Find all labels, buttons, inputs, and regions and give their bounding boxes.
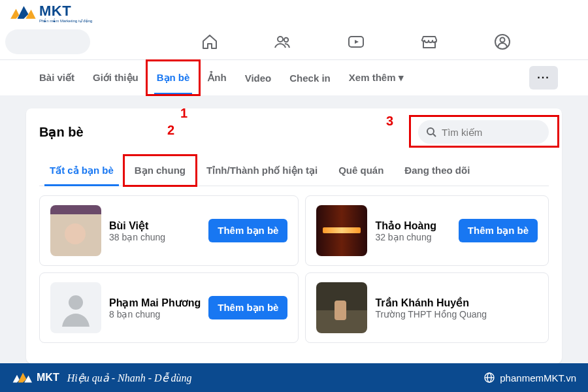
avatar-placeholder-icon [57,289,95,327]
friend-name[interactable]: Trần Khánh Huyền [375,297,538,309]
search-icon [426,127,436,140]
tab-friends[interactable]: Bạn bè [148,61,199,94]
tab-more[interactable]: Xem thêm ▾ [340,61,413,94]
add-friend-button[interactable]: Thêm bạn bè [208,219,287,242]
brand-sub: Phần mềm Marketing tự động [39,18,92,23]
friend-card: Trần Khánh Huyền Trường THPT Hồng Quang [305,272,549,343]
friends-search-wrap [418,120,549,144]
friends-card: Bạn bè 2 3 Tất cả bạn bè Bạn chung Tỉnh/… [26,108,562,363]
bottom-url[interactable]: phanmemMKT.vn [500,372,576,384]
friend-name[interactable]: Bùi Việt [109,220,201,232]
callout-2-label: 2 [167,123,174,138]
friend-sub: 8 bạn chung [109,309,201,319]
tab-posts[interactable]: Bài viết [30,61,84,94]
friend-card: Thảo Hoàng 32 bạn chung Thêm bạn bè [305,195,549,266]
tab-checkin[interactable]: Check in [280,62,340,94]
svg-point-5 [427,128,434,135]
tab-about[interactable]: Giới thiệu [84,61,148,94]
brand-logo: MKT Phần mềm Marketing tự động [9,3,92,23]
friends-icon[interactable] [274,33,292,51]
friends-search-input[interactable] [418,120,549,144]
callout-1-label: 1 [180,106,188,121]
friends-title: Bạn bè [39,124,84,140]
friend-card: Phạm Mai Phương 8 bạn chung Thêm bạn bè [39,272,299,343]
more-menu-button[interactable]: ··· [529,66,558,90]
profile-tab-bar: Bài viết Giới thiệu Bạn bè Ảnh Video Che… [0,60,588,95]
bottombar: MKT Hiệu quả - Nhanh - Dễ dùng phanmemMK… [0,363,588,392]
svg-line-6 [433,134,436,137]
bottom-brand-name: MKT [37,372,59,384]
bottom-tagline: Hiệu quả - Nhanh - Dễ dùng [67,372,192,384]
avatar[interactable] [316,282,367,333]
friend-card: Bùi Việt 38 bạn chung Thêm bạn bè [39,195,299,266]
subtab-all[interactable]: Tất cả bạn bè [39,155,124,186]
friends-subtabs: Tất cả bạn bè Bạn chung Tỉnh/Thành phố h… [39,149,549,186]
add-friend-button[interactable]: Thêm bạn bè [459,219,538,242]
add-friend-button[interactable]: Thêm bạn bè [208,296,287,319]
navbar-search[interactable] [5,29,90,54]
friends-grid: Bùi Việt 38 bạn chung Thêm bạn bè Thảo H… [39,186,549,343]
subtab-following[interactable]: Đang theo dõi [394,155,480,186]
facebook-navbar [0,24,588,60]
avatar[interactable] [50,282,101,333]
home-icon[interactable] [201,33,219,51]
logo-icon [12,370,33,385]
logo-icon [9,3,37,22]
friend-sub: Trường THPT Hồng Quang [375,309,538,319]
avatar[interactable] [50,205,101,256]
tab-photos[interactable]: Ảnh [199,61,235,94]
svg-point-1 [284,37,288,41]
globe-icon [484,372,495,383]
marketplace-icon[interactable] [420,33,438,51]
subtab-mutual[interactable]: Bạn chung [124,155,196,186]
groups-icon[interactable] [493,33,512,51]
svg-point-0 [278,37,283,42]
friend-sub: 32 bạn chung [375,232,450,242]
brand-name: MKT [39,3,71,19]
friend-name[interactable]: Phạm Mai Phương [109,297,201,309]
friend-sub: 38 bạn chung [109,232,201,242]
avatar[interactable] [316,205,367,256]
top-logo-bar: MKT Phần mềm Marketing tự động [0,0,588,24]
callout-3-label: 3 [386,114,393,129]
svg-point-4 [500,37,505,42]
bottom-logo: MKT [12,370,59,385]
svg-point-7 [69,295,83,310]
subtab-hometown[interactable]: Quê quán [328,155,394,186]
subtab-city[interactable]: Tỉnh/Thành phố hiện tại [196,155,328,186]
tab-videos[interactable]: Video [236,62,281,94]
friend-name[interactable]: Thảo Hoàng [375,220,450,232]
watch-icon[interactable] [347,33,365,51]
